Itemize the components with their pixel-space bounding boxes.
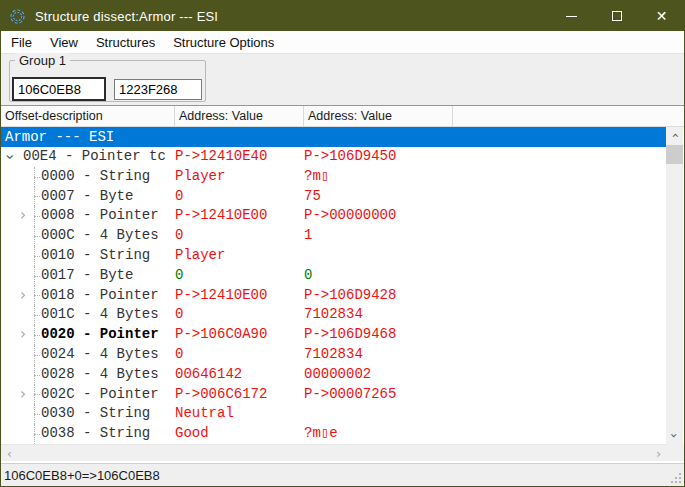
offset-description: 000C - 4 Bytes <box>41 226 159 246</box>
offset-description: 0008 - Pointer <box>41 206 159 226</box>
minimize-icon <box>566 16 577 17</box>
address-value-2 <box>304 246 669 266</box>
menubar: File View Structures Structure Options <box>1 31 684 53</box>
table-row[interactable]: ›00E4 - Pointer tcP->12410E40P->106D9450 <box>1 147 669 167</box>
offset-description: 0020 - Pointer <box>41 325 159 345</box>
address-value-1: 0 <box>175 187 304 207</box>
address-value-1: 00646142 <box>175 365 304 385</box>
collapse-icon[interactable]: › <box>1 154 19 160</box>
minimize-button[interactable] <box>549 1 594 31</box>
offset-description: 00E4 - Pointer tc <box>23 147 166 167</box>
expand-icon[interactable]: › <box>20 385 26 405</box>
expand-icon[interactable]: › <box>20 325 26 345</box>
address-value-2: ?m▯e <box>304 424 669 444</box>
cheat-engine-icon <box>9 8 26 25</box>
address-value-2: P->00000000 <box>304 206 669 226</box>
tree-connector <box>34 355 40 356</box>
scroll-left-icon[interactable]: › <box>1 446 18 461</box>
offset-description: 001C - 4 Bytes <box>41 305 159 325</box>
column-header-address-value-2[interactable]: Address: Value <box>304 106 453 126</box>
address-value-1: P->12410E40 <box>175 147 304 167</box>
titlebar: Structure dissect:Armor --- ESI ✕ <box>1 1 684 31</box>
tree-connector <box>34 236 40 237</box>
vertical-scrollbar-thumb[interactable] <box>666 145 683 164</box>
table-row[interactable]: ›002C - PointerP->006C6172P->00007265 <box>1 385 669 405</box>
address-value-2 <box>304 404 669 424</box>
address-value-1: P->12410E00 <box>175 286 304 306</box>
tree-connector <box>34 216 40 217</box>
offset-description: 0018 - Pointer <box>41 286 159 306</box>
table-row[interactable]: 0028 - 4 Bytes0064614200000002 <box>1 365 669 385</box>
address-panel: Group 1 <box>1 53 684 105</box>
scroll-up-icon[interactable]: › <box>666 127 683 144</box>
address-value-2: P->106D9468 <box>304 325 669 345</box>
offset-description: 0028 - 4 Bytes <box>41 365 159 385</box>
address-value-1: 0 <box>175 345 304 365</box>
table-row[interactable]: 0030 - StringNeutral <box>1 404 669 424</box>
structure-dissect-window: Structure dissect:Armor --- ESI ✕ File V… <box>0 0 685 487</box>
menu-view[interactable]: View <box>41 33 87 52</box>
tree-connector <box>34 434 40 435</box>
offset-description: 0007 - Byte <box>41 187 133 207</box>
menu-structures[interactable]: Structures <box>87 33 164 52</box>
address-value-1: Good <box>175 424 304 444</box>
address-input-1[interactable] <box>12 77 106 101</box>
table-row[interactable]: 0024 - 4 Bytes07102834 <box>1 345 669 365</box>
menu-file[interactable]: File <box>2 33 41 52</box>
offset-description: 002C - Pointer <box>41 385 159 405</box>
address-value-1: 0 <box>175 266 304 286</box>
offset-description: 0024 - 4 Bytes <box>41 345 159 365</box>
status-text: 106C0EB8+0=>106C0EB8 <box>4 468 160 483</box>
expand-icon[interactable]: › <box>20 206 26 226</box>
table-row[interactable]: 0007 - Byte075 <box>1 187 669 207</box>
scroll-down-icon[interactable]: › <box>666 427 683 444</box>
table-row[interactable]: 0000 - StringPlayer?m▯ <box>1 167 669 187</box>
table-row[interactable]: 0017 - Byte00 <box>1 266 669 286</box>
menu-structure-options[interactable]: Structure Options <box>164 33 283 52</box>
tree-connector <box>34 256 40 257</box>
table-row[interactable]: 000C - 4 Bytes01 <box>1 226 669 246</box>
tree-connector <box>34 375 40 376</box>
tree-connector <box>34 196 40 197</box>
address-value-1: P->12410E00 <box>175 206 304 226</box>
maximize-icon <box>612 11 622 21</box>
offset-description: 0017 - Byte <box>41 266 133 286</box>
hscroll-band: › › <box>1 444 684 461</box>
horizontal-scrollbar[interactable]: › › <box>1 444 667 461</box>
tree-connector <box>34 276 40 277</box>
address-value-1: Player <box>175 246 304 266</box>
tree-connector <box>34 414 40 415</box>
list-header: Offset-description Address: Value Addres… <box>1 105 684 127</box>
struct-list: Armor --- ESI ›00E4 - Pointer tcP->12410… <box>1 127 669 444</box>
group-box-label: Group 1 <box>15 53 70 68</box>
table-row[interactable]: ›0018 - PointerP->12410E00P->106D9428 <box>1 286 669 306</box>
vertical-scrollbar[interactable]: › › <box>666 127 683 444</box>
table-row[interactable]: 0010 - StringPlayer <box>1 246 669 266</box>
address-value-1: Player <box>175 167 304 187</box>
expand-icon[interactable]: › <box>20 286 26 306</box>
column-header-offset-description[interactable]: Offset-description <box>1 106 175 126</box>
tree-connector <box>34 295 40 296</box>
table-row[interactable]: 001C - 4 Bytes07102834 <box>1 305 669 325</box>
close-button[interactable]: ✕ <box>639 1 684 31</box>
table-row[interactable]: ›0008 - PointerP->12410E00P->00000000 <box>1 206 669 226</box>
address-value-2: 7102834 <box>304 345 669 365</box>
scroll-right-icon[interactable]: › <box>650 446 667 461</box>
address-value-1: 0 <box>175 226 304 246</box>
address-value-2: 00000002 <box>304 365 669 385</box>
address-value-2: ?m▯ <box>304 167 669 187</box>
address-value-2: P->00007265 <box>304 385 669 405</box>
table-row[interactable]: ›0020 - PointerP->106C0A90P->106D9468 <box>1 325 669 345</box>
offset-description: 0000 - String <box>41 167 150 187</box>
resize-grip[interactable] <box>670 472 682 484</box>
address-value-2: 0 <box>304 266 669 286</box>
column-header-address-value-1[interactable]: Address: Value <box>175 106 304 126</box>
tree-connector <box>34 315 40 316</box>
offset-description: 0038 - String <box>41 424 150 444</box>
selected-root-row[interactable]: Armor --- ESI <box>1 127 669 147</box>
table-row[interactable]: 0038 - StringGood?m▯e <box>1 424 669 444</box>
address-value-2: 75 <box>304 187 669 207</box>
address-input-2[interactable] <box>114 79 202 100</box>
address-value-1: 0 <box>175 305 304 325</box>
maximize-button[interactable] <box>594 1 639 31</box>
